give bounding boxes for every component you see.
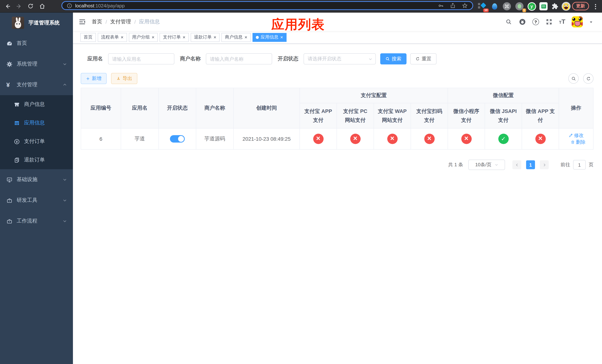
browser-menu-icon[interactable] bbox=[595, 3, 596, 10]
close-icon[interactable]: × bbox=[183, 35, 185, 40]
status-toggle[interactable] bbox=[170, 135, 185, 143]
fullscreen-icon[interactable] bbox=[545, 18, 553, 26]
app-table: 应用编号 应用名 开启状态 商户名称 创建时间 支付宝配置 微信配置 操作 支付… bbox=[81, 88, 593, 150]
tab-app-info[interactable]: 应用信息× bbox=[252, 33, 286, 42]
share-icon[interactable] bbox=[450, 3, 456, 9]
address-bar[interactable]: localhost:1024/pay/app bbox=[62, 1, 473, 10]
wx-mini-status-icon bbox=[461, 134, 472, 144]
tab-home[interactable]: 首页 bbox=[80, 33, 96, 42]
extension-circle-icon[interactable]: 1 bbox=[515, 1, 524, 11]
sidebar: 芋道管理系统 首页 系统管理 ¥ 支付管理 商户信息 bbox=[0, 13, 73, 364]
chevron-down-icon bbox=[368, 57, 372, 61]
chevron-down-icon bbox=[494, 163, 498, 167]
export-button[interactable]: 导出 bbox=[111, 73, 137, 84]
close-icon[interactable]: × bbox=[245, 35, 247, 40]
sidebar-item-infrastructure[interactable]: 基础设施 bbox=[0, 169, 73, 190]
sidebar-item-label: 应用信息 bbox=[24, 120, 45, 126]
merchant-name-label: 商户名称 bbox=[180, 55, 201, 62]
app-name-input[interactable] bbox=[108, 53, 174, 64]
header-search-icon[interactable] bbox=[505, 18, 512, 26]
close-icon[interactable]: × bbox=[280, 35, 283, 40]
browser-forward-icon[interactable] bbox=[14, 1, 23, 11]
app-title: 芋道管理系统 bbox=[29, 20, 60, 26]
shop-icon bbox=[14, 101, 20, 107]
avatar-caret-icon[interactable] bbox=[589, 20, 593, 24]
tab-process-form[interactable]: 流程表单× bbox=[98, 33, 127, 42]
sidebar-logo[interactable]: 芋道管理系统 bbox=[0, 13, 73, 33]
search-button[interactable]: 搜索 bbox=[380, 53, 407, 64]
extension-balloon-icon[interactable] bbox=[490, 1, 499, 11]
toggle-search-button[interactable] bbox=[568, 73, 579, 84]
alipay-qr-status-icon bbox=[424, 134, 434, 144]
tab-user-group[interactable]: 用户分组× bbox=[129, 33, 158, 42]
page-unit-label: 页 bbox=[589, 161, 593, 168]
sidebar-item-label: 支付管理 bbox=[17, 81, 37, 88]
help-icon[interactable]: ? bbox=[532, 19, 539, 25]
search-icon bbox=[386, 57, 390, 61]
browser-update-button[interactable]: 更新 bbox=[572, 2, 589, 10]
extension-command-icon[interactable] bbox=[502, 1, 512, 11]
table-row: 6 芋道 芋道源码 2021-10-23 08:49:25 修改 bbox=[81, 128, 593, 150]
next-page-button[interactable] bbox=[540, 160, 549, 169]
merchant-name-input[interactable] bbox=[206, 53, 272, 64]
breadcrumb-home[interactable]: 首页 bbox=[92, 19, 102, 25]
user-avatar[interactable] bbox=[572, 16, 583, 27]
reset-button[interactable]: 重置 bbox=[410, 53, 437, 64]
sidebar-item-payment[interactable]: ¥ 支付管理 bbox=[0, 75, 73, 95]
bookmark-star-icon[interactable] bbox=[462, 2, 468, 9]
filter-form: 应用名 商户名称 开启状态 请选择开启状态 搜索 bbox=[87, 53, 593, 64]
extension-blue-diamond-icon[interactable]: 10 bbox=[477, 1, 487, 11]
extension-chat-icon[interactable] bbox=[539, 1, 548, 11]
site-info-icon[interactable] bbox=[67, 3, 72, 8]
sidebar-item-dev-tools[interactable]: 研发工具 bbox=[0, 190, 73, 211]
delete-link[interactable]: 删除 bbox=[570, 139, 586, 146]
add-button[interactable]: 新增 bbox=[81, 73, 107, 84]
url-path: :1024/pay/app bbox=[94, 3, 125, 8]
col-alipay-pc: 支付宝 PC 网站支付 bbox=[337, 103, 374, 128]
breadcrumb-payment[interactable]: 支付管理 bbox=[110, 19, 131, 25]
goto-page-input[interactable] bbox=[573, 160, 586, 170]
font-size-icon[interactable]: TT bbox=[559, 18, 565, 26]
chevron-down-icon bbox=[63, 219, 67, 223]
edit-link[interactable]: 修改 bbox=[569, 132, 584, 139]
alipay-app-status-icon bbox=[313, 134, 323, 144]
sidebar-collapse-icon[interactable] bbox=[78, 18, 86, 26]
sidebar-item-home[interactable]: 首页 bbox=[0, 33, 73, 54]
tab-refund-order[interactable]: 退款订单× bbox=[191, 33, 220, 42]
breadcrumb-current: 应用信息 bbox=[139, 19, 160, 25]
browser-reload-icon[interactable] bbox=[26, 1, 35, 11]
sidebar-item-refund-order[interactable]: 退款订单 bbox=[0, 151, 73, 169]
extensions-puzzle-icon[interactable] bbox=[550, 1, 560, 11]
monitor-icon bbox=[6, 176, 13, 183]
password-key-icon[interactable] bbox=[438, 2, 444, 9]
sidebar-item-pay-order[interactable]: 支付订单 bbox=[0, 132, 73, 151]
status-select[interactable]: 请选择开启状态 bbox=[304, 53, 376, 64]
close-icon[interactable]: × bbox=[214, 35, 216, 40]
sidebar-submenu-payment: 商户信息 应用信息 支付订单 退款订单 bbox=[0, 95, 73, 169]
sidebar-item-system[interactable]: 系统管理 bbox=[0, 54, 73, 75]
browser-profile-avatar[interactable] bbox=[561, 1, 571, 11]
prev-page-button[interactable] bbox=[512, 160, 521, 169]
page-size-select[interactable]: 10条/页 bbox=[468, 160, 505, 170]
chevron-up-icon bbox=[63, 83, 67, 87]
page-number-1[interactable]: 1 bbox=[526, 160, 535, 169]
sidebar-item-workflow[interactable]: 工作流程 bbox=[0, 211, 73, 231]
tab-pay-order[interactable]: 支付订单× bbox=[160, 33, 189, 42]
refresh-table-button[interactable] bbox=[583, 73, 593, 84]
browser-home-icon[interactable] bbox=[37, 1, 47, 11]
logo-rabbit-image bbox=[12, 17, 24, 29]
chevron-down-icon bbox=[63, 62, 67, 66]
tab-merchant-info[interactable]: 商户信息× bbox=[222, 33, 251, 42]
sidebar-item-app-info[interactable]: 应用信息 bbox=[0, 114, 73, 132]
col-actions: 操作 bbox=[559, 88, 593, 128]
close-icon[interactable]: × bbox=[152, 35, 154, 40]
browser-back-icon[interactable] bbox=[3, 1, 12, 11]
github-icon[interactable] bbox=[519, 18, 526, 26]
screen: localhost:1024/pay/app 10 1 y 更 bbox=[0, 0, 602, 364]
col-app-name: 应用名 bbox=[121, 88, 159, 128]
extension-yuque-icon[interactable]: y bbox=[527, 1, 537, 11]
close-icon[interactable]: × bbox=[121, 35, 123, 40]
sidebar-item-merchant-info[interactable]: 商户信息 bbox=[0, 95, 73, 114]
chevron-down-icon bbox=[63, 177, 67, 182]
sidebar-item-label: 支付订单 bbox=[24, 138, 45, 145]
